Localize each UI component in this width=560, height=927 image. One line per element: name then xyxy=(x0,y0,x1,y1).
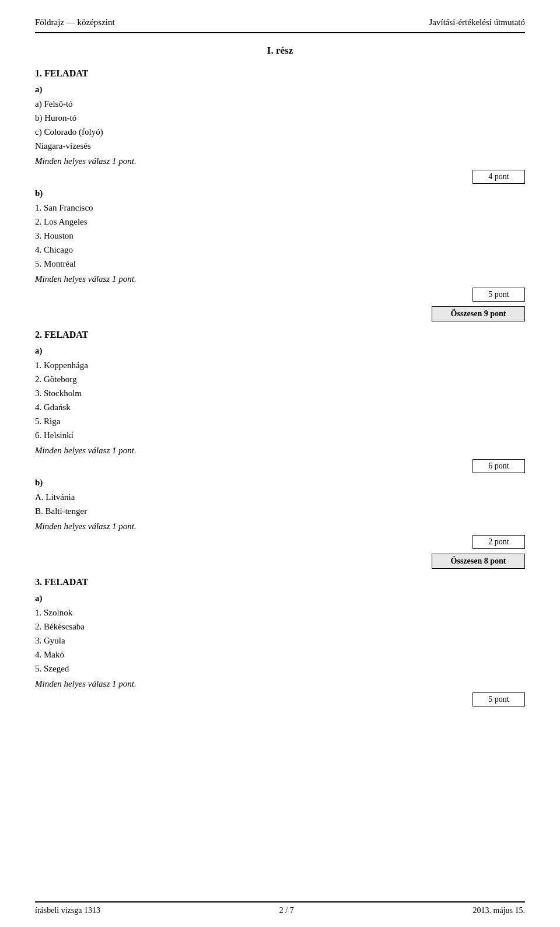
task-1-header: 1. FELADAT xyxy=(35,68,525,79)
header-right: Javítási-értékelési útmutató xyxy=(429,18,525,27)
list-item: 5. Montréal xyxy=(35,257,525,271)
task-2-part-b-points-row: 2 pont xyxy=(35,535,525,549)
task-2-part-b-note: Minden helyes válasz 1 pont. xyxy=(35,522,525,531)
list-item: 2. Békéscsaba xyxy=(35,620,525,634)
task-3-part-a: a) 1. Szolnok 2. Békéscsaba 3. Gyula 4. … xyxy=(35,593,525,706)
task-2-part-a-note: Minden helyes válasz 1 pont. xyxy=(35,446,525,456)
list-item: 4. Makó xyxy=(35,648,525,662)
footer-right: 2013. május 15. xyxy=(473,906,525,915)
list-item: c) Colorado (folyó) xyxy=(35,125,525,139)
task-1-part-a-letter: a) xyxy=(35,85,525,95)
task-3-part-a-points: 5 pont xyxy=(473,692,525,706)
task-2-header: 2. FELADAT xyxy=(35,330,525,340)
list-item: 3. Stockholm xyxy=(35,386,525,400)
list-item: 3. Gyula xyxy=(35,634,525,648)
list-item: 3. Houston xyxy=(35,229,525,243)
task-2-part-a: a) 1. Koppenhága 2. Göteborg 3. Stockhol… xyxy=(35,346,525,473)
task-2-label: FELADAT xyxy=(44,330,88,340)
task-1-part-b-points: 5 pont xyxy=(473,288,525,302)
task-1-part-b: b) 1. San Francisco 2. Los Angeles 3. Ho… xyxy=(35,188,525,302)
list-item: A. Litvánia xyxy=(35,490,525,504)
page-footer: írásbeli vizsga 1313 2 / 7 2013. május 1… xyxy=(35,901,525,915)
task-2-part-b: b) A. Litvánia B. Balti-tenger Minden he… xyxy=(35,478,525,549)
list-item: B. Balti-tenger xyxy=(35,504,525,518)
task-3-header: 3. FELADAT xyxy=(35,577,525,587)
task-2-summary-row: Összesen 8 pont xyxy=(35,554,525,569)
list-item: a) Felső-tó xyxy=(35,97,525,111)
list-item: 1. Szolnok xyxy=(35,606,525,620)
task-1-part-a-points: 4 pont xyxy=(473,170,525,184)
list-item: 4. Chicago xyxy=(35,243,525,257)
list-item: Niagara-vízesés xyxy=(35,139,525,153)
list-item: 5. Riga xyxy=(35,414,525,428)
list-item: 2. Göteborg xyxy=(35,372,525,386)
task-2-part-a-items: 1. Koppenhága 2. Göteborg 3. Stockholm 4… xyxy=(35,358,525,442)
task-3-part-a-points-row: 5 pont xyxy=(35,692,525,706)
task-1-part-a-note: Minden helyes válasz 1 pont. xyxy=(35,156,525,166)
task-1: 1. FELADAT a) a) Felső-tó b) Huron-tó c)… xyxy=(35,68,525,321)
task-1-summary: Összesen 9 pont xyxy=(432,306,525,321)
task-1-part-a: a) a) Felső-tó b) Huron-tó c) Colorado (… xyxy=(35,85,525,184)
list-item: 5. Szeged xyxy=(35,662,525,676)
list-item: 2. Los Angeles xyxy=(35,215,525,229)
task-2-part-a-points: 6 pont xyxy=(473,459,525,473)
task-3-part-a-note: Minden helyes válasz 1 pont. xyxy=(35,679,525,689)
task-3-part-a-letter: a) xyxy=(35,593,525,603)
task-3-number: 3. xyxy=(35,577,42,587)
task-2: 2. FELADAT a) 1. Koppenhága 2. Göteborg … xyxy=(35,330,525,569)
footer-left: írásbeli vizsga 1313 xyxy=(35,906,100,915)
task-3: 3. FELADAT a) 1. Szolnok 2. Békéscsaba 3… xyxy=(35,577,525,706)
task-1-summary-row: Összesen 9 pont xyxy=(35,306,525,321)
task-2-part-a-letter: a) xyxy=(35,346,525,356)
task-2-summary: Összesen 8 pont xyxy=(432,554,525,569)
task-1-label: FELADAT xyxy=(44,68,88,78)
list-item: b) Huron-tó xyxy=(35,111,525,125)
task-1-part-a-items: a) Felső-tó b) Huron-tó c) Colorado (fol… xyxy=(35,97,525,153)
task-1-part-b-points-row: 5 pont xyxy=(35,288,525,302)
task-2-number: 2. xyxy=(35,330,42,340)
task-3-part-a-items: 1. Szolnok 2. Békéscsaba 3. Gyula 4. Mak… xyxy=(35,606,525,676)
section-title: I. rész xyxy=(35,45,525,57)
task-1-part-b-letter: b) xyxy=(35,188,525,198)
task-2-part-b-items: A. Litvánia B. Balti-tenger xyxy=(35,490,525,518)
task-1-part-b-items: 1. San Francisco 2. Los Angeles 3. Houst… xyxy=(35,201,525,271)
task-1-part-a-points-row: 4 pont xyxy=(35,170,525,184)
list-item: 4. Gdańsk xyxy=(35,400,525,414)
task-3-label: FELADAT xyxy=(44,577,88,587)
header-left: Földrajz — középszint xyxy=(35,18,115,27)
task-1-number: 1. xyxy=(35,68,42,78)
list-item: 1. San Francisco xyxy=(35,201,525,215)
list-item: 6. Helsinki xyxy=(35,428,525,442)
task-2-part-a-points-row: 6 pont xyxy=(35,459,525,473)
page-header: Földrajz — középszint Javítási-értékelés… xyxy=(35,18,525,33)
footer-center: 2 / 7 xyxy=(279,906,294,915)
list-item: 1. Koppenhága xyxy=(35,358,525,372)
task-1-part-b-note: Minden helyes válasz 1 pont. xyxy=(35,274,525,284)
task-2-part-b-points: 2 pont xyxy=(473,535,525,549)
task-2-part-b-letter: b) xyxy=(35,478,525,488)
